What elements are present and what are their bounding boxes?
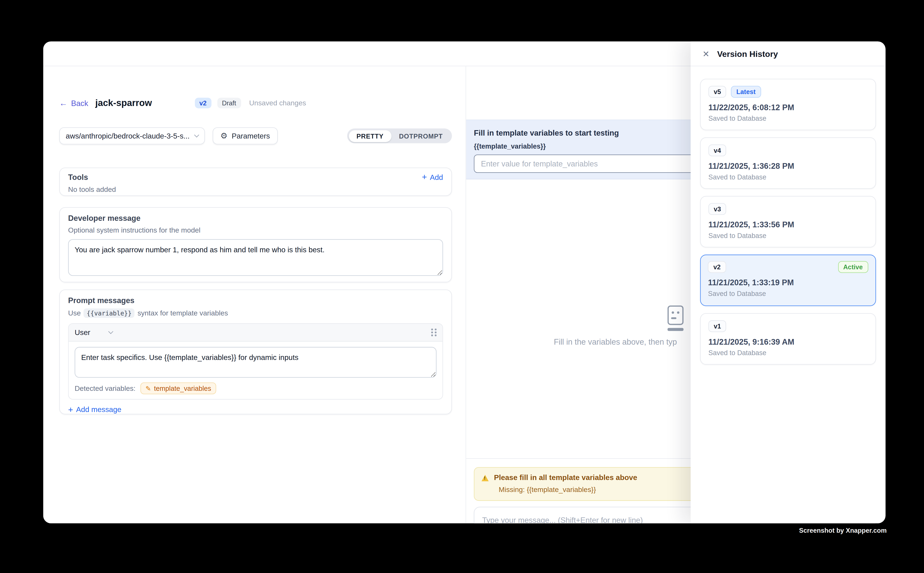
detected-variables-label: Detected variables: (75, 384, 135, 393)
add-tool-label: Add (430, 173, 443, 182)
empty-state-text: Fill in the variables above, then typ (554, 338, 677, 346)
version-history-header: ✕ Version History (691, 41, 886, 66)
version-number-badge: v5 (708, 86, 726, 98)
toggle-dotprompt[interactable]: DOTPROMPT (391, 130, 450, 142)
stage: ← Back jack-sparrow v2 Draft Unsaved cha… (0, 0, 924, 573)
add-message-button[interactable]: + Add message (68, 405, 121, 414)
warning-icon (482, 474, 489, 481)
model-toolbar: aws/anthropic/bedrock-claude-3-5-s... ⚙ … (59, 127, 452, 144)
back-arrow-icon: ← (59, 99, 67, 107)
role-selector[interactable]: User (75, 328, 113, 337)
version-saved-label: Saved to Database (708, 173, 868, 180)
header-version-badge: v2 (195, 98, 212, 108)
version-history-panel: ✕ Version History v5Latest11/22/2025, 6:… (691, 41, 886, 523)
draft-badge: Draft (217, 98, 241, 108)
toggle-pretty[interactable]: PRETTY (349, 130, 391, 142)
warning-title: Please fill in all template variables ab… (494, 473, 637, 482)
back-button[interactable]: ← Back (59, 99, 88, 108)
tools-empty-text: No tools added (68, 185, 443, 194)
version-card[interactable]: v111/21/2025, 9:16:39 AMSaved to Databas… (700, 313, 876, 365)
version-card[interactable]: v311/21/2025, 1:33:56 PMSaved to Databas… (700, 196, 876, 247)
version-card[interactable]: v5Latest11/22/2025, 6:08:12 PMSaved to D… (700, 79, 876, 130)
version-number-badge: v4 (708, 144, 726, 156)
unsaved-changes-label: Unsaved changes (249, 99, 306, 107)
plus-icon: + (68, 405, 73, 414)
model-selector[interactable]: aws/anthropic/bedrock-claude-3-5-s... (59, 127, 205, 144)
version-timestamp: 11/21/2025, 1:36:28 PM (708, 161, 868, 171)
pencil-icon: ✎ (146, 385, 151, 391)
parameters-label: Parameters (232, 132, 270, 140)
version-saved-label: Saved to Database (708, 349, 868, 356)
syntax-hint-suffix: syntax for template variables (138, 309, 228, 317)
plus-icon: + (422, 173, 427, 182)
chevron-down-icon (194, 132, 199, 138)
version-timestamp: 11/21/2025, 1:33:19 PM (708, 279, 868, 287)
version-history-title: Version History (717, 49, 778, 58)
screenshot-credit: Screenshot by Xnapper.com (799, 527, 886, 534)
version-timestamp: 11/21/2025, 1:33:56 PM (708, 220, 868, 229)
developer-message-title: Developer message (68, 214, 443, 222)
tools-card: Tools + Add No tools added (59, 168, 452, 196)
developer-message-input[interactable]: You are jack sparrow number 1, respond a… (68, 239, 443, 276)
syntax-hint-prefix: Use (68, 309, 81, 317)
version-timestamp: 11/22/2025, 6:08:12 PM (708, 103, 868, 112)
version-number-badge: v2 (708, 261, 726, 273)
developer-message-card: Developer message Optional system instru… (59, 207, 452, 282)
version-saved-label: Saved to Database (708, 290, 868, 297)
add-message-label: Add message (76, 406, 121, 414)
version-timestamp: 11/21/2025, 9:16:39 AM (708, 338, 868, 346)
version-card[interactable]: v2Active11/21/2025, 1:33:19 PMSaved to D… (700, 255, 876, 306)
add-tool-button[interactable]: + Add (422, 173, 443, 182)
detected-variable-chip[interactable]: ✎ template_variables (140, 382, 216, 394)
editor-header: ← Back jack-sparrow v2 Draft Unsaved cha… (59, 96, 452, 110)
app-window: ← Back jack-sparrow v2 Draft Unsaved cha… (43, 41, 886, 523)
back-label: Back (71, 99, 88, 108)
message-header: User (69, 324, 442, 342)
detected-variables-row: Detected variables: ✎ template_variables (69, 377, 442, 399)
close-icon[interactable]: ✕ (703, 50, 709, 58)
message-block: User Enter task specifics. Use {{templat… (68, 323, 443, 400)
detected-variable-name: template_variables (154, 385, 211, 392)
page-title: jack-sparrow (95, 98, 152, 108)
chevron-down-icon (108, 329, 114, 334)
prompt-messages-title: Prompt messages (68, 296, 443, 305)
version-number-badge: v3 (708, 203, 726, 215)
version-saved-label: Saved to Database (708, 232, 868, 239)
format-toggle: PRETTY DOTPROMPT (347, 128, 452, 143)
role-label: User (75, 328, 90, 337)
version-card[interactable]: v411/21/2025, 1:36:28 PMSaved to Databas… (700, 137, 876, 189)
prompt-messages-card: Prompt messages Use {{variable}} syntax … (59, 290, 452, 414)
variable-syntax-chip: {{variable}} (84, 308, 135, 318)
parameters-button[interactable]: ⚙ Parameters (213, 127, 278, 144)
developer-message-subtitle: Optional system instructions for the mod… (68, 226, 443, 234)
version-list: v5Latest11/22/2025, 6:08:12 PMSaved to D… (691, 66, 886, 365)
model-selector-value: aws/anthropic/bedrock-claude-3-5-s... (66, 132, 195, 140)
tools-title: Tools (68, 173, 88, 182)
syntax-hint: Use {{variable}} syntax for template var… (68, 308, 443, 318)
version-number-badge: v1 (708, 320, 726, 332)
drag-handle-icon[interactable] (431, 329, 436, 336)
user-message-input[interactable]: Enter task specifics. Use {{template_var… (75, 347, 436, 378)
latest-badge: Latest (731, 86, 761, 98)
bot-icon (668, 305, 684, 330)
prompt-editor-pane: ← Back jack-sparrow v2 Draft Unsaved cha… (43, 66, 466, 523)
active-badge: Active (838, 261, 868, 273)
gear-icon: ⚙ (220, 132, 227, 140)
version-saved-label: Saved to Database (708, 115, 868, 122)
